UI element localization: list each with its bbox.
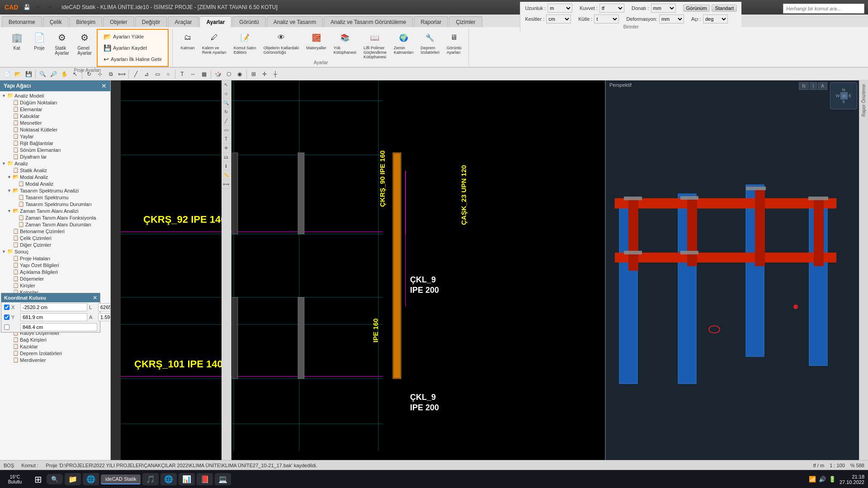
iconbar-snap[interactable]: ✛ bbox=[222, 144, 231, 153]
tab-araclar[interactable]: Araçlar bbox=[168, 16, 198, 27]
tree-item-8[interactable]: 📋Sönüm Elemanları bbox=[1, 146, 109, 153]
btn-komut-satiri[interactable]: 📝 Komut SatırıEditörü bbox=[231, 29, 259, 56]
nav-cube[interactable]: N W3DE S bbox=[830, 82, 857, 109]
viewport-nav-n[interactable]: N bbox=[799, 82, 808, 90]
coord-a-input[interactable] bbox=[98, 313, 111, 321]
tree-item-6[interactable]: 📋Yaylar bbox=[1, 133, 109, 140]
tb-grid[interactable]: ⊞ bbox=[249, 69, 259, 79]
tree-item-25[interactable]: 📋Yapı Özet Bilgileri bbox=[1, 262, 109, 268]
tab-degistir[interactable]: Değiştir bbox=[135, 16, 167, 27]
standart-button[interactable]: Standart bbox=[712, 5, 737, 12]
btn-yuk-kutuph[interactable]: 📚 YükKütüphanesi bbox=[330, 29, 359, 56]
cad-2d-viewport[interactable]: ÇKRŞ_92 IPE 140 ÇKRŞ_101 IPE 140 ÇKRŞ_90… bbox=[121, 80, 606, 461]
iconbar-line[interactable]: ╱ bbox=[222, 117, 231, 126]
tb-3d-view[interactable]: 🎲 bbox=[213, 69, 223, 79]
btn-goruntu-ayarlari[interactable]: 🖥 GörüntüAyarları bbox=[443, 29, 465, 56]
tree-item-20[interactable]: 📋Betonarme Çizimleri bbox=[1, 228, 109, 235]
btn-genel-ayarlar[interactable]: ⚙ GenelAyarlar bbox=[74, 29, 95, 57]
save-btn[interactable]: 💾 bbox=[22, 2, 32, 12]
tab-celik[interactable]: Çelik bbox=[43, 16, 69, 27]
tree-item-26[interactable]: 📋Açıklama Bilgileri bbox=[1, 268, 109, 275]
tree-item-13[interactable]: 📋Modal Analiz bbox=[1, 180, 109, 187]
taskbar-spotify[interactable]: 🎵 bbox=[142, 473, 159, 485]
iconbar-prop[interactable]: ℹ bbox=[222, 162, 231, 171]
btn-ayarlari-kaydet[interactable]: 💾 Ayarları Kaydet bbox=[100, 43, 165, 53]
btn-kat[interactable]: 🏢 Kat bbox=[6, 29, 27, 52]
tree-item-14[interactable]: ▼📂Tasarım Spektrumu Analizi bbox=[1, 187, 109, 194]
tab-betonarme[interactable]: Betonarme bbox=[2, 16, 42, 27]
coord-x-input[interactable] bbox=[20, 303, 87, 311]
tree-item-12[interactable]: ▼📂Modal Analiz bbox=[1, 174, 109, 180]
taskbar-search[interactable]: 🔍 bbox=[47, 474, 63, 484]
tab-ayarlar[interactable]: Ayarlar bbox=[199, 16, 231, 27]
uzunluk-select[interactable]: mcmmm bbox=[547, 4, 572, 13]
iconbar-meas[interactable]: 📏 bbox=[222, 171, 231, 180]
tree-item-22[interactable]: 📋Diğer Çizimler bbox=[1, 241, 109, 248]
tree-item-0[interactable]: ▼📁Analiz Modeli bbox=[1, 92, 109, 99]
rapor-oncizleme-label[interactable]: Rapor Önizleme bbox=[859, 80, 868, 120]
donati-select[interactable]: mmcm bbox=[651, 4, 676, 13]
taskbar-edge[interactable]: 🌐 bbox=[83, 473, 99, 485]
taskbar-files[interactable]: 📁 bbox=[65, 473, 81, 485]
viewport-nav-i[interactable]: I bbox=[810, 82, 817, 90]
iconbar-zoom[interactable]: 🔍 bbox=[222, 99, 231, 108]
btn-materyaller[interactable]: 🧱 Materyaller bbox=[303, 29, 330, 52]
tree-item-15[interactable]: 📋Tasarım Spektrumu bbox=[1, 194, 109, 201]
kesitler-select[interactable]: cmmm bbox=[546, 14, 571, 23]
tab-goruntu[interactable]: Görüntü bbox=[232, 16, 265, 27]
tb-wireframe[interactable]: ⬡ bbox=[224, 69, 234, 79]
tab-analiz-goruntuleme[interactable]: Analiz ve Tasarım Görüntüleme bbox=[324, 16, 413, 27]
3d-viewport[interactable]: Perspektif bbox=[606, 80, 859, 461]
coord-z-input[interactable] bbox=[20, 323, 97, 331]
tb-ortho[interactable]: ┼ bbox=[270, 69, 280, 79]
iconbar-select[interactable]: ↖ bbox=[222, 80, 231, 89]
tree-item-19[interactable]: 📋Zaman Tanım Alanı Durumları bbox=[1, 221, 109, 228]
btn-katman[interactable]: 🗂 Katman bbox=[177, 29, 198, 52]
tree-item-36[interactable]: 📋Bağ Kirişleri bbox=[1, 336, 109, 343]
tb-snap[interactable]: ✛ bbox=[259, 69, 269, 79]
tb-text[interactable]: T bbox=[177, 69, 187, 79]
deformasyon-select[interactable]: mmcm bbox=[659, 14, 684, 23]
iconbar-layer[interactable]: 🗂 bbox=[222, 153, 231, 162]
btn-objeler-gorunu[interactable]: 👁 Objelerin KatlardakiGörünürlüğü bbox=[260, 29, 302, 56]
tab-objeler[interactable]: Objeler bbox=[103, 16, 134, 27]
btn-ayarlari-ilk-haline[interactable]: ↩ Ayarları İlk Haline Getir bbox=[100, 54, 165, 64]
iconbar-text[interactable]: T bbox=[222, 135, 231, 144]
coord-l-input[interactable] bbox=[98, 303, 111, 311]
tree-item-38[interactable]: 📋Deprem İzolatörleri bbox=[1, 350, 109, 357]
btn-ayarlari-yukle[interactable]: 📂 Ayarları Yükle bbox=[100, 32, 165, 42]
tab-analiz-tasarim[interactable]: Analiz ve Tasarım bbox=[267, 16, 323, 27]
iconbar-rect[interactable]: ▭ bbox=[222, 126, 231, 135]
taskbar-acrobat[interactable]: 📕 bbox=[197, 473, 213, 485]
iconbar-mirror[interactable]: ⟺ bbox=[222, 180, 231, 189]
kutle-select[interactable]: tkg bbox=[594, 14, 619, 23]
btn-proje[interactable]: 📄 Proje bbox=[29, 29, 50, 52]
btn-zemin-katmanlari[interactable]: 🌍 ZeminKatmanları bbox=[391, 29, 417, 56]
btn-statik-ayarlar[interactable]: ⚙ StatikAyarlar bbox=[52, 29, 72, 57]
undo-btn[interactable]: ↩ bbox=[33, 2, 43, 12]
tree-item-3[interactable]: 📋Kabuklar bbox=[1, 113, 109, 119]
tree-item-28[interactable]: 📋Kirişler bbox=[1, 282, 109, 289]
coord-y-input[interactable] bbox=[20, 313, 87, 321]
tree-item-2[interactable]: 📋Elemanlar bbox=[1, 106, 109, 113]
tree-item-5[interactable]: 📋Noktasal Kütleler bbox=[1, 126, 109, 133]
coord-x-check[interactable] bbox=[4, 305, 9, 310]
tree-item-1[interactable]: 📋Düğüm Noktaları bbox=[1, 99, 109, 106]
tb-dim[interactable]: ↔ bbox=[188, 69, 198, 79]
tree-item-4[interactable]: 📋Mesnetler bbox=[1, 119, 109, 126]
taskbar-powerbi[interactable]: 📊 bbox=[179, 473, 195, 485]
command-search[interactable] bbox=[783, 4, 864, 14]
taskbar-app[interactable]: 💻 bbox=[215, 473, 231, 485]
sidebar-close-btn[interactable]: ✕ bbox=[101, 82, 107, 89]
tree-item-11[interactable]: 📋Statik Analiz bbox=[1, 167, 109, 174]
taskbar-idecad[interactable]: ideCAD Statik bbox=[101, 474, 141, 484]
tb-hatch[interactable]: ▦ bbox=[199, 69, 209, 79]
tree-item-39[interactable]: 📋Merdivenler bbox=[1, 357, 109, 363]
coord-box-close[interactable]: ✕ bbox=[93, 295, 97, 301]
tree-item-24[interactable]: 📋Proje Hataları bbox=[1, 255, 109, 262]
iconbar-move[interactable]: ⊹ bbox=[222, 89, 231, 99]
tree-item-17[interactable]: ▼📂Zaman Tanım Alanı Analizi bbox=[1, 207, 109, 214]
goruntum-button[interactable]: Görünüm bbox=[683, 5, 710, 12]
btn-lifli-polimer[interactable]: 📖 Lifli PolimerGüçlendirmeKütüphanesi bbox=[360, 29, 390, 61]
tree-item-21[interactable]: 📋Çelik Çizimleri bbox=[1, 235, 109, 241]
